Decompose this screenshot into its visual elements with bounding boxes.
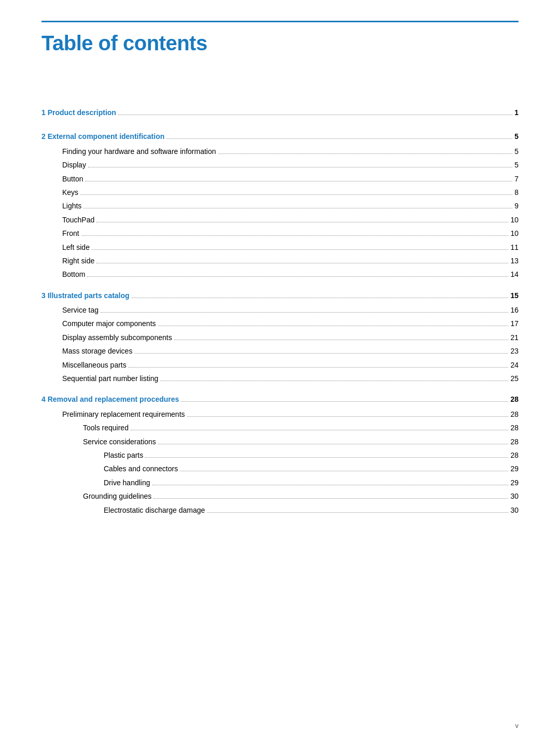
toc-entry: Miscellaneous parts24 [41, 359, 519, 371]
toc-entry-text: Preliminary replacement requirements [62, 409, 185, 420]
toc-entry-dots [92, 249, 508, 250]
toc-entry-text: Display assembly subcomponents [62, 332, 172, 343]
toc-entry-dots [118, 115, 512, 115]
toc-entry-dots [174, 340, 509, 340]
toc-entry-text: Electrostatic discharge damage [104, 504, 205, 516]
toc-entry: Finding your hardware and software infor… [41, 146, 519, 157]
toc-entry-page: 16 [510, 304, 519, 316]
toc-entry-text: Bottom [62, 269, 85, 280]
toc-entry-dots [166, 138, 512, 139]
toc-entry: Mass storage devices23 [41, 345, 519, 357]
toc-entry-page: 28 [510, 422, 519, 433]
toc-entry: Service tag16 [41, 304, 519, 316]
toc-entry-text: Miscellaneous parts [62, 359, 127, 371]
toc-entry: Drive handling29 [41, 477, 519, 488]
page-title: Table of contents [41, 32, 519, 55]
toc-entry: Grounding guidelines30 [41, 490, 519, 502]
toc-entry-page: 17 [510, 318, 519, 329]
toc-entry-text: Grounding guidelines [83, 490, 151, 502]
toc-entry-text: Tools required [83, 422, 129, 433]
toc-entry: Lights9 [41, 200, 519, 212]
toc-entry-dots [218, 153, 513, 154]
toc-entry-dots [132, 298, 509, 298]
toc-entry: Bottom14 [41, 269, 519, 280]
toc-entry: TouchPad10 [41, 214, 519, 226]
toc-entry-dots [129, 367, 509, 368]
top-border [41, 21, 519, 22]
toc-entry-text: Finding your hardware and software infor… [62, 146, 216, 157]
toc-container: 1 Product description12 External compone… [41, 107, 519, 516]
toc-entry: Tools required28 [41, 422, 519, 433]
toc-entry: Cables and connectors29 [41, 463, 519, 474]
toc-entry-text: Left side [62, 242, 90, 253]
toc-entry-text: 1 Product description [41, 107, 116, 118]
toc-entry-page: 28 [510, 393, 519, 405]
toc-entry-text: Service considerations [83, 436, 156, 447]
toc-entry: 2 External component identification5 [41, 131, 519, 142]
toc-entry-text: Display [62, 159, 86, 171]
toc-entry: Front10 [41, 228, 519, 239]
toc-entry-page: 9 [514, 200, 519, 212]
toc-entry-text: Sequential part number listing [62, 373, 158, 384]
toc-entry-page: 23 [510, 345, 519, 357]
toc-entry: Right side13 [41, 255, 519, 266]
toc-entry-dots [152, 485, 509, 485]
toc-entry-page: 5 [514, 159, 519, 171]
toc-entry-dots [96, 222, 508, 222]
toc-entry-text: 3 Illustrated parts catalog [41, 290, 130, 301]
toc-entry-dots [145, 457, 508, 458]
toc-entry-page: 8 [514, 187, 519, 198]
toc-entry-text: Cables and connectors [104, 463, 178, 474]
toc-entry-page: 13 [510, 255, 519, 266]
toc-entry: 4 Removal and replacement procedures28 [41, 393, 519, 405]
toc-entry-page: 30 [510, 490, 519, 502]
toc-entry-page: 14 [510, 269, 519, 280]
toc-entry-page: 7 [514, 173, 519, 185]
toc-entry-dots [131, 430, 508, 430]
toc-entry-page: 5 [514, 131, 519, 142]
toc-entry: Display5 [41, 159, 519, 171]
toc-entry-page: 1 [514, 107, 519, 118]
toc-entry: Preliminary replacement requirements28 [41, 409, 519, 420]
toc-entry-page: 28 [510, 409, 519, 420]
toc-entry-dots [88, 167, 512, 167]
toc-entry: Keys8 [41, 187, 519, 198]
toc-entry-page: 21 [510, 332, 519, 343]
toc-entry-page: 10 [510, 228, 519, 239]
toc-entry-dots [158, 326, 509, 326]
toc-entry-dots [87, 276, 508, 277]
toc-entry-dots [160, 381, 508, 381]
toc-entry-page: 30 [510, 504, 519, 516]
toc-entry-text: Lights [62, 200, 81, 212]
toc-entry-dots [80, 194, 512, 195]
toc-entry: Computer major components17 [41, 318, 519, 329]
toc-entry: Service considerations28 [41, 436, 519, 447]
toc-entry-text: Plastic parts [104, 449, 143, 461]
toc-entry-page: 15 [510, 290, 519, 301]
toc-entry-text: 4 Removal and replacement procedures [41, 393, 179, 405]
toc-entry-text: 2 External component identification [41, 131, 164, 142]
toc-entry-page: 29 [510, 477, 519, 488]
toc-entry: Left side11 [41, 242, 519, 253]
toc-entry-dots [85, 181, 512, 181]
toc-entry-page: 28 [510, 449, 519, 461]
toc-entry-dots [181, 401, 508, 402]
toc-entry-dots [158, 444, 509, 444]
toc-entry-dots [83, 208, 512, 208]
toc-entry-text: Service tag [62, 304, 99, 316]
toc-entry-dots [207, 512, 508, 513]
toc-entry-text: Front [62, 228, 79, 239]
toc-entry-page: 24 [510, 359, 519, 371]
toc-entry-dots [187, 416, 509, 417]
toc-entry-dots [180, 471, 508, 471]
toc-entry: 3 Illustrated parts catalog15 [41, 290, 519, 301]
toc-entry-page: 25 [510, 373, 519, 384]
toc-entry-text: Right side [62, 255, 94, 266]
toc-entry: 1 Product description1 [41, 107, 519, 118]
toc-entry-page: 10 [510, 214, 519, 226]
toc-entry-dots [134, 353, 508, 354]
toc-entry-text: Drive handling [104, 477, 150, 488]
toc-entry: Electrostatic discharge damage30 [41, 504, 519, 516]
toc-entry-text: Keys [62, 187, 78, 198]
toc-entry: Button7 [41, 173, 519, 185]
